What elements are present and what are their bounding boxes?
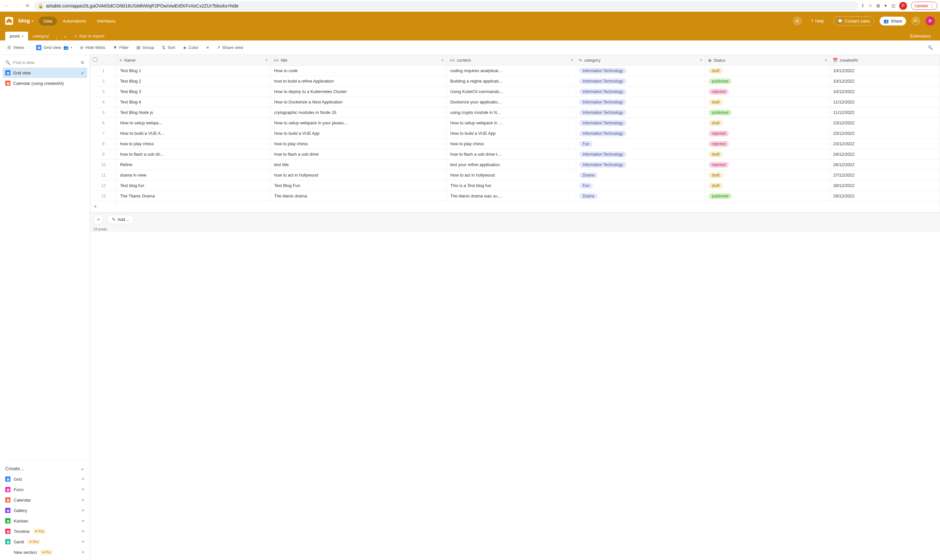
create-view-item[interactable]: ▦Grid+ xyxy=(3,474,87,484)
table-row[interactable]: 2 Test Blog 2 how to build a refine Appl… xyxy=(91,76,940,86)
cell-category[interactable]: Information Technology xyxy=(576,97,705,108)
cell-status[interactable]: published xyxy=(705,191,830,202)
table-tab-posts[interactable]: posts▾ xyxy=(5,32,28,40)
table-tab-chevron[interactable]: ▾ xyxy=(60,33,71,40)
search-button[interactable]: 🔍 xyxy=(924,43,936,52)
contact-sales-button[interactable]: 💬Contact sales xyxy=(833,16,875,26)
cell-status[interactable]: rejected xyxy=(705,86,830,97)
cell-name[interactable]: Test Blog 2 xyxy=(117,76,271,86)
chevron-down-icon[interactable]: ▾ xyxy=(825,58,827,63)
cell-content[interactable]: coding requires analytical… xyxy=(447,66,576,76)
cell-category[interactable]: Information Technology xyxy=(576,108,705,118)
sort-button[interactable]: ⇅Sort xyxy=(158,43,178,52)
panel-icon[interactable]: ◫ xyxy=(891,3,895,8)
cell-name[interactable]: how to play chess xyxy=(117,139,271,149)
cell-status[interactable]: rejected xyxy=(705,128,830,139)
share-view-button[interactable]: ↗Share view xyxy=(214,43,246,52)
cell-category[interactable]: Drama xyxy=(576,191,705,202)
table-row[interactable]: 8 how to play chess how to play chess ho… xyxy=(91,139,940,149)
create-view-header[interactable]: Create... ⌄ xyxy=(3,463,87,474)
cell-content[interactable]: how to flash a usb drive t… xyxy=(447,149,576,160)
cell-content[interactable]: Building a regine applicati… xyxy=(447,76,576,86)
add-record-button[interactable]: + xyxy=(93,214,104,225)
cell-name[interactable]: Test Blog 3 xyxy=(117,86,271,97)
cell-category[interactable]: Information Technology xyxy=(576,118,705,128)
table-row[interactable]: 3 Test Blog 3 How to deploy to a Kuberne… xyxy=(91,86,940,97)
cell-created[interactable]: 26/12/2022 xyxy=(830,160,940,170)
chevron-down-icon[interactable]: ▾ xyxy=(700,58,702,63)
gear-icon[interactable]: ⚙ xyxy=(81,60,85,65)
cell-category[interactable]: Information Technology xyxy=(576,128,705,139)
chevron-down-icon[interactable]: ▾ xyxy=(442,58,444,63)
new-section-button[interactable]: New section ✦ Pro + xyxy=(3,547,87,557)
chevron-down-icon[interactable]: ▾ xyxy=(571,58,573,63)
cell-name[interactable]: Test Blog Node js xyxy=(117,108,271,118)
base-name[interactable]: blog ▾ xyxy=(18,18,34,24)
cell-status[interactable]: published xyxy=(705,76,830,86)
create-view-item[interactable]: ▦Gantt✦ Pro+ xyxy=(3,537,87,547)
cell-content[interactable]: test your refine application xyxy=(447,160,576,170)
cell-created[interactable]: 27/12/2022 xyxy=(830,170,940,180)
cell-status[interactable]: draft xyxy=(705,170,830,180)
bookmark-icon[interactable]: ☆ xyxy=(869,3,872,8)
add-field-button[interactable]: ✎Add… xyxy=(107,215,134,224)
tab-interfaces[interactable]: Interfaces xyxy=(92,17,120,25)
cell-title[interactable]: how to build a refine Application xyxy=(271,76,446,86)
cell-created[interactable]: 29/12/2022 xyxy=(830,191,940,202)
cell-content[interactable]: This is a Test blog fun xyxy=(447,180,576,191)
views-toggle[interactable]: ☰Views xyxy=(4,43,28,52)
cell-title[interactable]: How to build a VUE App xyxy=(271,128,446,139)
find-view-input[interactable]: 🔍 Find a view ⚙ xyxy=(3,57,87,68)
cell-name[interactable]: Test Blog 1 xyxy=(117,66,271,76)
cell-title[interactable]: How to Dockerize a Next Application xyxy=(271,97,446,108)
cell-category[interactable]: Fun xyxy=(576,180,705,191)
cell-status[interactable]: draft xyxy=(705,97,830,108)
create-view-item[interactable]: ▦Kanban+ xyxy=(3,515,87,526)
add-row[interactable]: + xyxy=(91,202,940,212)
cell-status[interactable]: draft xyxy=(705,118,830,128)
cell-name[interactable]: drama in view xyxy=(117,170,271,180)
cell-status[interactable]: draft xyxy=(705,180,830,191)
hide-fields-button[interactable]: ⊘Hide fields xyxy=(77,43,109,52)
group-button[interactable]: ▤Group xyxy=(133,43,157,52)
table-row[interactable]: 10 Refine test title test your refine ap… xyxy=(91,160,940,170)
cell-created[interactable]: 10/12/2022 xyxy=(830,66,940,76)
cell-name[interactable]: Test Blog 4 xyxy=(117,97,271,108)
notifications-icon[interactable]: 🔔 xyxy=(911,16,920,25)
cell-title[interactable]: how to flash a usb drive xyxy=(271,149,446,160)
table-tab-category[interactable]: category xyxy=(28,32,54,40)
update-button[interactable]: Update⋮ xyxy=(911,2,937,10)
table-row[interactable]: 13 The Titanic Drama The titanic drama T… xyxy=(91,191,940,202)
cell-content[interactable]: How to setup webpack in … xyxy=(447,118,576,128)
create-view-item[interactable]: ▦Timeline✦ Pro+ xyxy=(3,526,87,537)
tab-automations[interactable]: Automations xyxy=(58,17,91,25)
cell-category[interactable]: Information Technology xyxy=(576,149,705,160)
create-view-item[interactable]: ▦Gallery+ xyxy=(3,505,87,515)
cell-content[interactable]: using crypto module in N… xyxy=(447,108,576,118)
airtable-logo-icon[interactable] xyxy=(5,17,13,25)
cell-status[interactable]: rejected xyxy=(705,160,830,170)
url-bar[interactable]: 🔒 airtable.com/appez0LgaOVA6SdCO/tbl16UG… xyxy=(34,1,858,11)
table-row[interactable]: 1 Test Blog 1 How to code coding require… xyxy=(91,66,940,76)
view-name-button[interactable]: ▦Grid view👥▾ xyxy=(33,43,75,52)
table-row[interactable]: 4 Test Blog 4 How to Dockerize a Next Ap… xyxy=(91,97,940,108)
cell-created[interactable]: 10/12/2022 xyxy=(830,86,940,97)
cell-status[interactable]: published xyxy=(705,108,830,118)
create-view-item[interactable]: ▦Calendar+ xyxy=(3,495,87,505)
cell-name[interactable]: how to flash a usb dri… xyxy=(117,149,271,160)
cell-title[interactable]: How to code xyxy=(271,66,446,76)
forward-button[interactable]: → xyxy=(13,2,21,10)
cell-content[interactable]: how to play chess xyxy=(447,139,576,149)
cell-title[interactable]: how to act in hollywood xyxy=(271,170,446,180)
cell-category[interactable]: Drama xyxy=(576,170,705,180)
cell-created[interactable]: 11/12/2022 xyxy=(830,97,940,108)
row-height-button[interactable]: ≡ xyxy=(203,43,212,52)
cell-content[interactable]: Using KubeCtl commands… xyxy=(447,86,576,97)
sidebar-view-item[interactable]: ▦Grid view✓ xyxy=(3,68,87,78)
select-all-checkbox[interactable] xyxy=(93,57,97,62)
cell-title[interactable]: How to deploy to a Kubernetes Cluster xyxy=(271,86,446,97)
cell-name[interactable]: How to setup webpa… xyxy=(117,118,271,128)
add-table-button[interactable]: +Add or import xyxy=(71,32,108,40)
share-button[interactable]: 👥Share xyxy=(880,17,906,25)
cell-created[interactable]: 23/12/2022 xyxy=(830,128,940,139)
